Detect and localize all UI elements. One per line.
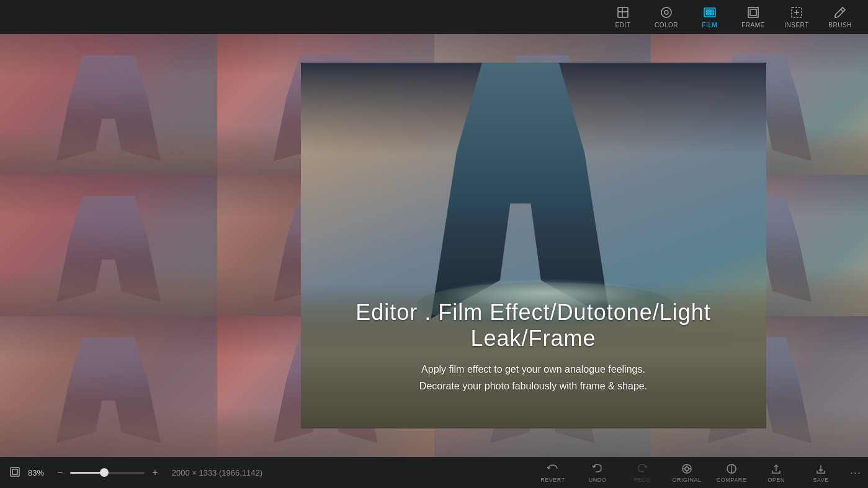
svg-rect-9 — [706, 13, 708, 15]
open-icon — [770, 463, 782, 475]
svg-point-21 — [685, 467, 689, 471]
undo-icon — [591, 463, 604, 475]
top-toolbar: EDIT COLOR FILM — [0, 0, 868, 34]
main-photo: Editor . Film Effect/Dutotone/Light Leak… — [301, 63, 766, 428]
open-button[interactable]: OPEN — [754, 457, 799, 488]
frame-icon — [746, 6, 760, 19]
svg-rect-6 — [706, 10, 708, 12]
overlay-text: Editor . Film Effect/Dutotone/Light Leak… — [301, 299, 766, 394]
overlay-subtitle2: Decorate your photo fabulously with fram… — [326, 378, 741, 394]
save-icon — [815, 463, 827, 475]
overlay-subtitle1: Apply film effect to get your own analog… — [326, 361, 741, 378]
dimensions-text: 2000 × 1333 (1966,1142) — [172, 468, 262, 477]
tab-edit[interactable]: EDIT — [601, 0, 645, 34]
zoom-slider-fill — [70, 472, 104, 474]
bottom-toolbar: 83% − + 2000 × 1333 (1966,1142) REVERT — [0, 457, 868, 488]
svg-point-3 — [661, 7, 671, 17]
svg-point-4 — [664, 11, 668, 14]
color-icon — [660, 6, 673, 19]
redo-icon — [636, 463, 648, 475]
film-icon — [703, 6, 717, 19]
original-icon — [681, 463, 693, 475]
zoom-in-button[interactable]: + — [150, 468, 160, 477]
revert-button[interactable]: REVERT — [530, 457, 575, 488]
zoom-slider[interactable] — [70, 472, 145, 474]
tab-frame[interactable]: FRAME — [732, 0, 775, 34]
zoom-slider-thumb[interactable] — [100, 468, 109, 477]
tab-color[interactable]: COLOR — [645, 0, 688, 34]
bottom-actions: REVERT UNDO REDO — [530, 457, 868, 488]
svg-rect-10 — [709, 13, 711, 15]
svg-rect-18 — [11, 468, 19, 476]
bg-cell-1 — [0, 34, 217, 175]
brush-icon — [833, 6, 847, 19]
svg-rect-7 — [709, 10, 711, 12]
zoom-section: 83% − + 2000 × 1333 (1966,1142) — [0, 466, 272, 479]
fit-icon[interactable] — [9, 466, 20, 479]
overlay-title: Editor . Film Effect/Dutotone/Light Leak… — [326, 299, 741, 352]
svg-rect-0 — [618, 7, 628, 17]
svg-rect-19 — [12, 469, 17, 474]
svg-rect-13 — [750, 9, 756, 16]
revert-icon — [547, 463, 559, 475]
insert-icon — [790, 6, 803, 19]
compare-icon — [725, 463, 738, 475]
save-button[interactable]: SAVE — [799, 457, 843, 488]
edit-icon — [616, 6, 630, 19]
svg-line-17 — [841, 9, 843, 12]
tab-brush[interactable]: BRUSH — [818, 0, 862, 34]
tab-insert[interactable]: INSERT — [775, 0, 818, 34]
more-options-button[interactable]: ··· — [843, 466, 868, 479]
svg-rect-8 — [712, 10, 714, 12]
compare-button[interactable]: COMPARE — [709, 457, 754, 488]
svg-rect-5 — [704, 8, 715, 17]
bg-cell-9 — [0, 316, 217, 457]
tab-film[interactable]: FILM — [688, 0, 732, 34]
svg-rect-11 — [712, 13, 714, 15]
zoom-percent: 83% — [28, 468, 50, 477]
bg-cell-5 — [0, 175, 217, 316]
redo-button[interactable]: REDO — [620, 457, 664, 488]
undo-button[interactable]: UNDO — [575, 457, 620, 488]
original-button[interactable]: ORIGINAL — [664, 457, 709, 488]
zoom-out-button[interactable]: − — [55, 468, 65, 477]
center-panel: Editor . Film Effect/Dutotone/Light Leak… — [199, 34, 868, 457]
